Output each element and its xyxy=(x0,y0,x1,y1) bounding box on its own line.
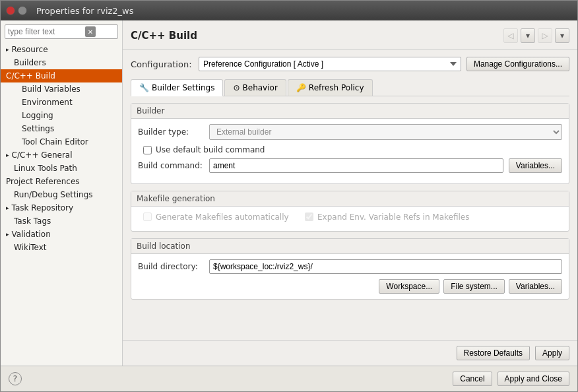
titlebar: Properties for rviz2_ws xyxy=(1,1,577,20)
sidebar-item-task-tags[interactable]: Task Tags xyxy=(1,214,122,228)
toolbar: ◁ ▾ ▷ ▾ xyxy=(503,26,569,46)
sidebar-item-label: C/C++ Build xyxy=(6,71,55,81)
sidebar-item-logging[interactable]: Logging xyxy=(1,109,122,122)
configuration-row: Configuration: Preference Configuration … xyxy=(131,57,569,71)
tab-label: Builder Settings xyxy=(152,83,214,92)
sidebar-item-task-repository[interactable]: ▸ Task Repository xyxy=(1,201,122,214)
builder-type-label: Builder type: xyxy=(138,127,204,137)
search-clear-button[interactable]: ✕ xyxy=(85,26,96,37)
nav-tree: ▸ Resource Builders C/C++ Build Build Va… xyxy=(1,43,122,366)
sidebar-item-label: Task Repository xyxy=(12,203,74,212)
sidebar-item-build-variables[interactable]: Build Variables xyxy=(1,82,122,96)
builder-section: Builder Builder type: External builder U… xyxy=(131,103,569,184)
sidebar-item-label: C/C++ General xyxy=(12,150,73,160)
build-command-row: Build command: Variables... xyxy=(138,158,562,173)
sidebar: ✕ ▸ Resource Builders C/C++ Build Bui xyxy=(1,20,123,366)
sidebar-item-builders[interactable]: Builders xyxy=(1,56,122,69)
page-title: C/C++ Build xyxy=(131,30,197,42)
use-default-row: Use default build command xyxy=(138,145,562,154)
builder-type-select[interactable]: External builder xyxy=(209,124,562,140)
builder-section-content: Builder type: External builder Use defau… xyxy=(131,119,569,183)
builder-settings-tab-icon: 🔧 xyxy=(139,83,149,92)
workspace-button[interactable]: Workspace... xyxy=(379,279,439,294)
expand-env-checkbox[interactable] xyxy=(305,212,313,221)
tab-behavior[interactable]: ⊙ Behavior xyxy=(224,79,286,96)
sidebar-item-validation[interactable]: ▸ Validation xyxy=(1,228,122,241)
use-default-label: Use default build command xyxy=(156,145,265,154)
sidebar-item-wikitext[interactable]: WikiText xyxy=(1,241,122,254)
close-button[interactable] xyxy=(6,6,15,15)
sidebar-item-label: Resource xyxy=(12,45,48,54)
sidebar-item-resource[interactable]: ▸ Resource xyxy=(1,43,122,56)
generate-makefiles-label: Generate Makefiles automatically xyxy=(156,212,289,222)
main-window: Properties for rviz2_ws ✕ ▸ Resource Bui… xyxy=(0,0,578,392)
build-location-section-title: Build location xyxy=(131,239,569,254)
build-cmd-label: Build command: xyxy=(138,161,204,170)
manage-configurations-button[interactable]: Manage Configurations... xyxy=(466,57,569,71)
sidebar-item-linux-tools-path[interactable]: Linux Tools Path xyxy=(1,162,122,175)
expand-arrow-icon: ▸ xyxy=(6,46,9,53)
makefile-section-content: Generate Makefiles automatically Expand … xyxy=(131,207,569,231)
forward-icon: ▷ xyxy=(542,31,548,40)
footer: ? Cancel Apply and Close xyxy=(1,366,577,391)
tab-builder-settings[interactable]: 🔧 Builder Settings xyxy=(131,79,223,96)
forward-dropdown-button[interactable]: ▾ xyxy=(555,28,569,43)
help-button[interactable]: ? xyxy=(9,372,22,385)
generate-makefiles-checkbox[interactable] xyxy=(143,212,152,221)
sidebar-item-label: Environment xyxy=(22,98,73,107)
expand-arrow-icon: ▸ xyxy=(6,205,9,211)
sidebar-item-tool-chain-editor[interactable]: Tool Chain Editor xyxy=(1,135,122,148)
build-command-input[interactable] xyxy=(209,158,503,173)
sidebar-item-settings[interactable]: Settings xyxy=(1,122,122,135)
titlebar-buttons xyxy=(6,6,27,15)
apply-button[interactable]: Apply xyxy=(535,346,569,360)
config-select[interactable]: Preference Configuration [ Active ] xyxy=(199,57,461,71)
back-dropdown-button[interactable]: ▾ xyxy=(521,28,535,43)
content-header: C/C++ Build ◁ ▾ ▷ ▾ xyxy=(123,20,577,50)
search-box[interactable]: ✕ xyxy=(5,24,118,39)
expand-arrow-icon: ▸ xyxy=(6,152,9,158)
sidebar-item-label: Linux Tools Path xyxy=(14,164,77,173)
generate-makefiles-row: Generate Makefiles automatically Expand … xyxy=(138,212,562,222)
sidebar-item-label: Tool Chain Editor xyxy=(22,137,88,147)
search-input[interactable] xyxy=(5,25,84,38)
use-default-checkbox[interactable] xyxy=(143,146,152,154)
build-dir-input[interactable] xyxy=(209,259,562,274)
build-location-section: Build location Build directory: Workspac… xyxy=(131,238,569,300)
forward-button[interactable]: ▷ xyxy=(538,28,552,43)
tab-label: Behavior xyxy=(243,83,278,92)
build-cmd-variables-button[interactable]: Variables... xyxy=(509,158,562,173)
sidebar-item-environment[interactable]: Environment xyxy=(1,96,122,109)
sidebar-item-label: Project References xyxy=(6,177,80,186)
back-button[interactable]: ◁ xyxy=(503,28,518,43)
bottom-bar: Restore Defaults Apply xyxy=(123,340,577,366)
sidebar-item-project-references[interactable]: Project References xyxy=(1,175,122,188)
back-icon: ◁ xyxy=(507,31,513,40)
sidebar-item-label: Build Variables xyxy=(22,84,80,94)
footer-right-buttons: Cancel Apply and Close xyxy=(453,372,569,386)
tab-label: Refresh Policy xyxy=(309,83,364,92)
window-title: Properties for rviz2_ws xyxy=(36,6,134,16)
filesystem-button[interactable]: File system... xyxy=(443,279,505,294)
restore-defaults-button[interactable]: Restore Defaults xyxy=(457,346,530,360)
content-area: C/C++ Build ◁ ▾ ▷ ▾ xyxy=(123,20,577,366)
bottom-right-buttons: Restore Defaults Apply xyxy=(457,346,569,360)
dropdown-icon: ▾ xyxy=(526,31,530,40)
minimize-button[interactable] xyxy=(18,6,27,15)
location-variables-button[interactable]: Variables... xyxy=(509,279,562,294)
build-dir-label: Build directory: xyxy=(138,262,204,271)
config-label: Configuration: xyxy=(131,59,193,69)
apply-and-close-button[interactable]: Apply and Close xyxy=(498,372,569,386)
sidebar-item-cpp-build[interactable]: C/C++ Build xyxy=(1,69,122,82)
cancel-button[interactable]: Cancel xyxy=(453,372,492,386)
main-area: ✕ ▸ Resource Builders C/C++ Build Bui xyxy=(1,20,577,366)
refresh-policy-tab-icon: 🔑 xyxy=(296,83,306,92)
sidebar-item-run-debug-settings[interactable]: Run/Debug Settings xyxy=(1,188,122,201)
build-location-section-content: Build directory: Workspace... File syste… xyxy=(131,254,569,299)
sidebar-item-label: Settings xyxy=(22,124,54,133)
sidebar-item-label: Validation xyxy=(12,230,51,239)
sidebar-item-cpp-general[interactable]: ▸ C/C++ General xyxy=(1,148,122,162)
builder-type-row: Builder type: External builder xyxy=(138,124,562,140)
expand-env-label: Expand Env. Variable Refs in Makefiles xyxy=(317,212,469,222)
tab-refresh-policy[interactable]: 🔑 Refresh Policy xyxy=(288,79,373,96)
